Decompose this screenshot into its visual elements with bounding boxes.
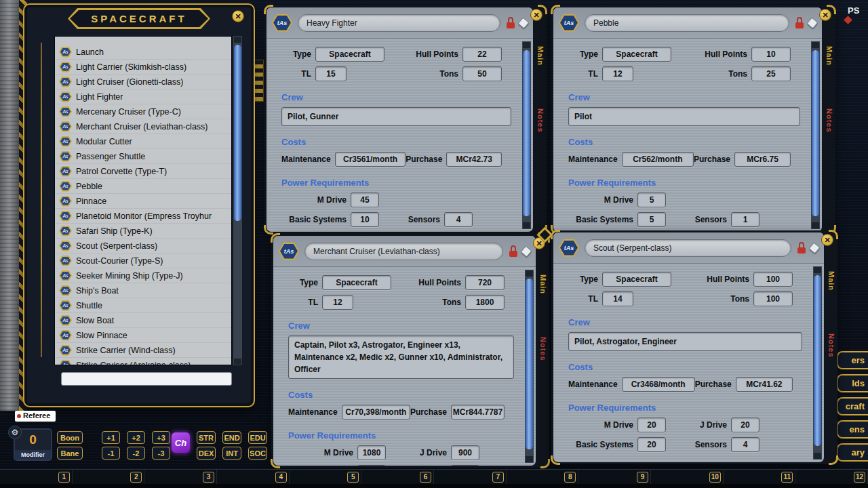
int-button[interactable]: INT — [222, 447, 241, 460]
crew-field[interactable]: Pilot — [568, 107, 800, 126]
lock-icon[interactable] — [795, 17, 804, 28]
basic-systems-field[interactable]: 5 — [637, 212, 666, 227]
list-scrollbar[interactable] — [233, 36, 242, 365]
list-item[interactable]: As Ship's Boat — [55, 283, 231, 298]
mdrive-field[interactable]: 45 — [351, 192, 379, 207]
tab-main[interactable]: Main — [827, 271, 835, 291]
tons-field[interactable]: 50 — [462, 66, 502, 81]
basic-systems-field[interactable]: 20 — [637, 437, 666, 452]
referee-badge[interactable]: Referee — [15, 411, 56, 422]
list-item[interactable]: As Seeker Mining Ship (Type-J) — [55, 268, 231, 283]
list-item[interactable]: As Passenger Shuttle — [55, 149, 231, 164]
purchase-field[interactable]: MCr6.75 — [734, 152, 791, 167]
tab-main[interactable]: Main — [536, 46, 545, 66]
basic-systems-field[interactable]: 10 — [351, 212, 379, 227]
hotkey-slot[interactable]: 6 — [361, 470, 434, 484]
sidebar-dock-button[interactable]: craft — [837, 397, 868, 415]
plus2-button[interactable]: +2 — [127, 431, 145, 444]
hotkey-slot[interactable]: 4 — [217, 470, 290, 484]
hull-points-field[interactable]: 720 — [465, 275, 505, 290]
tab-main[interactable]: Main — [825, 46, 833, 66]
hotkey-slot[interactable]: 12 — [795, 470, 868, 484]
list-filter-input[interactable] — [61, 372, 232, 386]
hotkey-slot[interactable]: 10 — [651, 470, 724, 484]
close-icon[interactable]: ✕ — [530, 9, 542, 21]
jdrive-field[interactable]: 20 — [731, 418, 760, 432]
die-icon[interactable] — [807, 17, 818, 28]
die-icon[interactable] — [518, 17, 530, 28]
window-title[interactable]: Merchant Cruiser (Leviathan-class) — [304, 243, 503, 260]
minus2-button[interactable]: -2 — [127, 447, 145, 460]
window-title[interactable]: Heavy Fighter — [298, 14, 500, 32]
list-item[interactable]: As Light Carrier (Skimkish-class) — [55, 60, 231, 75]
list-item[interactable]: As Patrol Corvette (Type-T) — [55, 164, 231, 179]
die-icon[interactable] — [809, 242, 821, 253]
hotkey-slot[interactable]: 9 — [578, 470, 651, 484]
jdrive-field[interactable]: 900 — [451, 445, 479, 460]
type-field[interactable]: Spacecraft — [315, 47, 384, 62]
type-field[interactable]: Spacecraft — [602, 272, 671, 287]
list-item[interactable]: As Modular Cutter — [55, 134, 231, 149]
sidebar-dock-button[interactable]: lds — [837, 374, 868, 392]
plus3-button[interactable]: +3 — [152, 431, 170, 444]
tl-field[interactable]: 12 — [602, 66, 633, 81]
window-title[interactable]: Scout (Serpent-class) — [585, 239, 791, 257]
plus1-button[interactable]: +1 — [102, 431, 120, 444]
die-icon[interactable] — [521, 245, 532, 257]
hotkey-slot[interactable]: 2 — [73, 470, 145, 484]
type-field[interactable]: Spacecraft — [322, 275, 391, 290]
basic-systems-field[interactable]: 360 — [357, 465, 386, 466]
maintenance-field[interactable]: Cr562/month — [622, 152, 694, 167]
tab-main[interactable]: Main — [539, 274, 547, 294]
minus1-button[interactable]: -1 — [102, 447, 120, 460]
tons-field[interactable]: 1800 — [465, 295, 505, 310]
crew-field[interactable]: Captain, Pilot x3, Astrogator, Engineer … — [288, 336, 514, 379]
end-button[interactable]: END — [222, 431, 241, 444]
minus3-button[interactable]: -3 — [152, 447, 170, 460]
bane-button[interactable]: Bane — [57, 447, 83, 460]
sidebar-dock-button[interactable]: ens — [837, 420, 868, 439]
scrollbar[interactable] — [813, 266, 822, 460]
purchase-field[interactable]: MCr41.62 — [736, 377, 793, 392]
sidebar-dock-button[interactable]: ers — [837, 351, 868, 369]
list-item[interactable]: As Merchant Cruiser (Leviathan-class) — [55, 119, 231, 134]
edu-button[interactable]: EDU — [248, 431, 267, 444]
list-item[interactable]: As Light Fighter — [55, 89, 231, 104]
maintenance-field[interactable]: Cr70,398/month — [342, 405, 410, 420]
window-title[interactable]: Pebble — [585, 14, 789, 32]
hotkey-slot[interactable]: 11 — [724, 470, 796, 484]
list-item[interactable]: As Planetoid Monitor (Empress Troyhur — [55, 209, 231, 224]
tab-notes[interactable]: Notes — [539, 337, 547, 361]
list-item[interactable]: As Shuttle — [55, 298, 231, 313]
soc-button[interactable]: SOC — [248, 447, 267, 460]
tl-field[interactable]: 15 — [315, 66, 347, 81]
list-item[interactable]: As Pinnace — [55, 194, 231, 209]
scrollbar[interactable] — [522, 41, 531, 229]
maintenance-field[interactable]: Cr3468/month — [622, 377, 695, 392]
close-icon[interactable]: ✕ — [819, 9, 831, 21]
tab-notes[interactable]: Notes — [825, 108, 833, 133]
list-item[interactable]: As Safari Ship (Type-K) — [55, 224, 231, 239]
list-item[interactable]: As Scout-Courier (Type-S) — [55, 253, 231, 268]
dex-button[interactable]: DEX — [197, 447, 216, 460]
sidebar-dock-button[interactable]: ary — [837, 443, 868, 462]
str-button[interactable]: STR — [197, 431, 216, 444]
tons-field[interactable]: 25 — [751, 66, 791, 81]
tl-field[interactable]: 12 — [322, 295, 353, 310]
list-item[interactable]: As Mercenary Cruiser (Type-C) — [55, 104, 231, 119]
list-item[interactable]: As Slow Boat — [55, 313, 231, 328]
list-item[interactable]: As Strike Cruiser (Arakoine-class) — [55, 358, 231, 365]
maintenance-field[interactable]: Cr3561/month — [335, 152, 406, 167]
chat-button[interactable]: Ch — [171, 432, 191, 453]
mdrive-field[interactable]: 1080 — [357, 445, 386, 460]
crew-field[interactable]: Pilot, Astrogator, Engineer — [568, 332, 802, 351]
crew-field[interactable]: Pilot, Gunner — [281, 107, 511, 126]
hotkey-slot[interactable]: 3 — [144, 470, 217, 484]
hotkey-slot[interactable]: 7 — [434, 470, 507, 484]
sensors-field[interactable]: 4 — [731, 437, 760, 452]
purchase-field[interactable]: MCr844.7787 — [451, 405, 505, 420]
list-item[interactable]: As Light Cruiser (Gionetti-class) — [55, 75, 231, 89]
hotkey-slot[interactable]: 8 — [507, 470, 579, 484]
sensors-field[interactable]: 1 — [451, 465, 479, 466]
sensors-field[interactable]: 4 — [444, 212, 473, 227]
